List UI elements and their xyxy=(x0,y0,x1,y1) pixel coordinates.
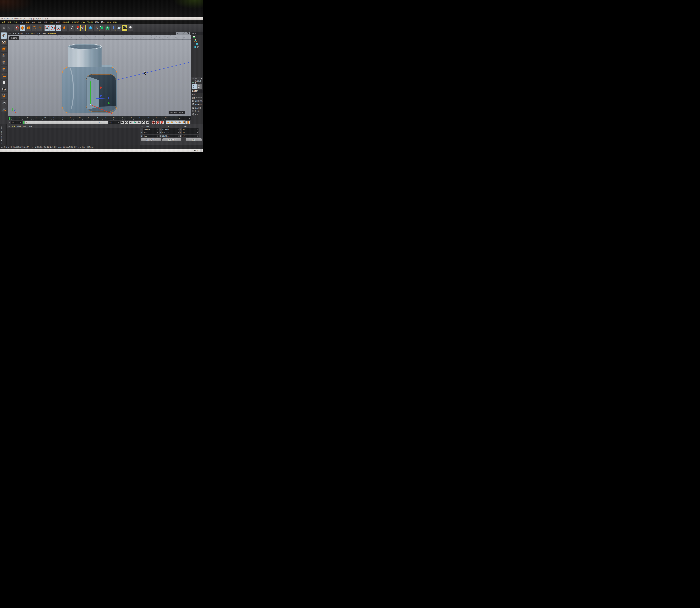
tree-item-cube[interactable] xyxy=(192,43,202,45)
model-mode-icon[interactable] xyxy=(1,39,7,45)
size-x-field[interactable]: 42.753 cm xyxy=(162,128,179,131)
am-toggle-editor-visible[interactable]: 编辑器可见 xyxy=(191,99,203,103)
menu-sculpt[interactable]: 雕刻 xyxy=(56,21,59,23)
key-position-button[interactable] xyxy=(166,121,170,124)
size-mode-dropdown[interactable]: 绝对尺寸 xyxy=(163,138,181,141)
points-mode-icon[interactable] xyxy=(1,53,7,59)
power-slider[interactable]: 0 F 90 F xyxy=(23,121,108,124)
position-z-field[interactable]: 0 cm xyxy=(143,135,159,137)
pan-view-icon[interactable] xyxy=(177,33,179,34)
perspective-viewport[interactable]: Y X Z 透视视图 网格间距: 100 cm xyxy=(8,35,191,116)
rotate-tool[interactable] xyxy=(31,25,37,31)
keyframe-bar-button[interactable] xyxy=(186,121,190,124)
zoom-view-icon[interactable] xyxy=(181,33,182,34)
menu-mesh[interactable]: 网格 xyxy=(26,21,30,23)
toggle-view-icon[interactable] xyxy=(187,33,189,34)
end-frame-field[interactable]: 90 F xyxy=(109,121,120,124)
am-toggle-render-visible[interactable]: 渲染器可见 xyxy=(191,103,203,106)
current-frame-field[interactable]: 0 F xyxy=(11,121,22,124)
panel-grip-icon[interactable] xyxy=(8,126,10,127)
speaker-icon[interactable] xyxy=(194,150,196,151)
mm-menu-texture[interactable]: 纹理 xyxy=(29,125,32,128)
menu-window[interactable]: 窗口 xyxy=(107,21,111,23)
menu-simulate[interactable]: 模拟 xyxy=(44,21,48,23)
menu-render[interactable]: 渲染 xyxy=(50,21,54,23)
apply-button[interactable]: 应用 xyxy=(186,138,202,141)
panel-grip-icon[interactable] xyxy=(141,126,143,127)
am-toggle-use-color[interactable]: 使用颜色 xyxy=(191,106,203,110)
chevron-right-icon[interactable] xyxy=(201,78,202,79)
coordinate-system-toggle[interactable] xyxy=(62,25,67,31)
goto-end-button[interactable] xyxy=(146,121,149,124)
menu-animate[interactable]: 动画 xyxy=(38,21,41,23)
menu-tools[interactable]: 工具 xyxy=(20,21,23,23)
mm-menu-edit[interactable]: 编辑 xyxy=(17,125,21,128)
tree-item-polygon[interactable] xyxy=(192,39,202,42)
show-desktop-button[interactable] xyxy=(201,149,202,152)
next-frame-button[interactable] xyxy=(137,121,141,124)
vp-menu-prorender[interactable]: ProRender xyxy=(48,33,56,34)
key-rotation-button[interactable] xyxy=(174,121,177,124)
menu-motion-tracker[interactable]: 运动跟踪 xyxy=(62,21,69,23)
workplane-lock-icon[interactable] xyxy=(1,99,7,106)
mouse-move-icon[interactable] xyxy=(1,79,7,86)
snap-s-icon[interactable]: S xyxy=(1,86,7,93)
slider-frame-marker[interactable] xyxy=(23,121,24,124)
view-label-badge[interactable]: 透视视图 xyxy=(10,37,19,40)
menu-edit[interactable]: 编辑 xyxy=(2,21,5,23)
tree-item-mesh[interactable] xyxy=(192,46,202,48)
edges-mode-icon[interactable] xyxy=(1,59,7,65)
panel-grip-icon[interactable] xyxy=(9,33,11,34)
ruler-track[interactable]: 0 5 10 15 20 25 30 35 40 45 50 55 60 65 … xyxy=(8,116,178,120)
ruler-frame-field[interactable]: 0 F xyxy=(178,117,191,120)
menu-plugins[interactable]: 插件 xyxy=(95,21,99,23)
key-pla-button[interactable] xyxy=(182,121,185,124)
radio-icon[interactable] xyxy=(192,110,194,112)
undo-icon[interactable] xyxy=(1,25,6,31)
spline-pen-button[interactable] xyxy=(93,25,99,31)
om-menu-file[interactable]: 文 xyxy=(195,32,196,34)
vp-menu-camera[interactable]: 摄像机 xyxy=(18,32,23,35)
render-settings-button[interactable] xyxy=(75,25,80,31)
subdivision-surface-button[interactable] xyxy=(99,25,105,31)
spinner-arrows-icon[interactable] xyxy=(118,121,119,123)
vp-menu-filter[interactable]: 过滤 xyxy=(37,32,40,35)
am-mode-menu[interactable]: 模式 xyxy=(194,77,197,80)
rotation-h-field[interactable]: 0 ° xyxy=(182,128,198,131)
am-toggle-display-color[interactable]: 显示颜色 xyxy=(191,110,203,113)
camera-button[interactable] xyxy=(122,25,127,31)
scale-tool[interactable] xyxy=(26,25,31,31)
spinner-arrows-icon[interactable] xyxy=(189,118,190,119)
play-button[interactable] xyxy=(133,121,137,124)
rotation-b-field[interactable]: 0 ° xyxy=(182,135,198,137)
last-used-tool[interactable] xyxy=(37,25,42,31)
size-y-field[interactable]: 39.277 cm xyxy=(162,131,179,134)
mograph-cloner-button[interactable] xyxy=(105,25,110,31)
previous-frame-button[interactable] xyxy=(129,121,133,124)
coordinate-mode-dropdown[interactable]: 对象 (相对) xyxy=(141,138,161,141)
panel-grip-icon[interactable] xyxy=(9,122,10,123)
material-list-empty[interactable] xyxy=(6,128,140,145)
deformer-button[interactable] xyxy=(111,25,116,31)
ime-indicator[interactable]: 中 xyxy=(197,149,199,152)
playhead-marker[interactable] xyxy=(9,117,11,120)
z-axis-lock[interactable]: Z xyxy=(56,25,61,31)
panel-grip-icon[interactable] xyxy=(192,78,194,79)
tab-basic[interactable]: 基本 xyxy=(192,84,197,89)
menu-pipeline[interactable]: 流水线 xyxy=(87,21,93,23)
vp-menu-display[interactable]: 显示 xyxy=(26,32,29,35)
panel-grip-icon[interactable] xyxy=(192,33,194,34)
keyframe-selection-button[interactable]: ? xyxy=(160,121,164,124)
radio-icon[interactable] xyxy=(192,107,194,109)
loop-button[interactable] xyxy=(141,121,145,124)
tree-item-null[interactable] xyxy=(192,36,202,38)
autokey-record-button[interactable] xyxy=(156,121,159,124)
live-selection-tool[interactable] xyxy=(14,25,19,31)
enable-axis-icon[interactable] xyxy=(1,73,7,79)
mm-menu-create[interactable]: 创建 xyxy=(12,125,15,128)
menu-script[interactable]: 脚本 xyxy=(101,21,105,23)
x-axis-lock[interactable]: X xyxy=(44,25,50,31)
menu-select[interactable]: 选择 xyxy=(14,21,17,23)
vp-menu-view[interactable]: 查看 xyxy=(13,32,16,35)
size-z-field[interactable]: 39.277 cm xyxy=(162,135,179,137)
